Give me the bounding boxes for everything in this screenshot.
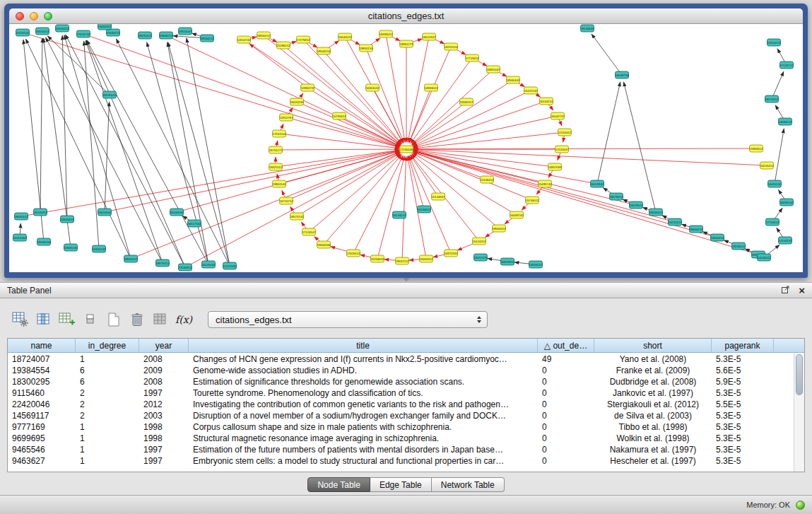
graph-node[interactable]: 16715712 (280, 197, 293, 204)
table-row[interactable]: 2242004622012Investigating the contribut… (8, 399, 794, 410)
graph-node[interactable]: 16825912 (501, 258, 514, 265)
function-builder-icon[interactable]: f(x) (175, 311, 193, 328)
graph-node[interactable]: 20650412 (61, 216, 74, 223)
zoom-window-button[interactable] (44, 12, 52, 21)
table-row[interactable]: 1872400712008Changes of HCN gene express… (8, 354, 794, 365)
graph-node[interactable]: 17220447 (555, 146, 569, 153)
graph-node[interactable]: 17719412 (466, 54, 479, 62)
graph-node[interactable]: 18274312 (765, 95, 779, 103)
graph-node[interactable]: 12610742 (237, 36, 251, 43)
graph-node[interactable]: 19347212 (396, 257, 409, 264)
graph-node[interactable]: 19852214 (360, 45, 373, 52)
graph-node[interactable]: 14084212 (779, 118, 792, 125)
delete-table-icon[interactable] (128, 311, 146, 328)
graph-node[interactable]: 18605212 (124, 255, 138, 262)
graph-node[interactable]: 16972341 (445, 250, 458, 257)
create-column-icon[interactable] (58, 311, 76, 328)
graph-node[interactable]: 19564344 (317, 241, 331, 248)
graph-node[interactable]: 17010742 (77, 30, 90, 37)
network-canvas-svg[interactable]: 1724004612882270184242051291276717551510… (9, 24, 803, 272)
graph-node[interactable]: 16112442 (13, 234, 27, 241)
graph-node[interactable]: 17551510 (273, 130, 286, 137)
tab-network-table[interactable]: Network Table (432, 477, 505, 492)
close-window-button[interactable] (16, 12, 24, 21)
graph-node[interactable]: 18012347 (423, 33, 436, 40)
graph-node[interactable]: 18563412 (493, 225, 506, 232)
graph-node[interactable]: 15601612 (36, 28, 49, 35)
graph-node[interactable]: 17124547 (302, 228, 316, 235)
tab-node-table[interactable]: Node Table (307, 477, 370, 492)
graph-node[interactable]: 18130442 (581, 25, 594, 32)
graph-node[interactable]: 15254631 (371, 255, 384, 262)
graph-node[interactable]: 15582317 (460, 98, 473, 105)
graph-node[interactable]: 14652412 (711, 234, 724, 241)
graph-node[interactable]: 14451242 (768, 180, 782, 187)
graph-node[interactable]: 16044112 (98, 24, 112, 30)
table-row[interactable]: 1456911722003Disruption of a novel membe… (8, 410, 794, 421)
graph-node[interactable]: 14857093 (548, 163, 562, 170)
graph-node[interactable]: 12912767 (280, 114, 293, 121)
table-source-select[interactable]: citations_edges.txt (208, 311, 488, 328)
graph-node[interactable]: 18544214 (317, 47, 331, 54)
minimize-window-button[interactable] (30, 12, 38, 21)
graph-node[interactable]: 16216412 (760, 162, 774, 169)
table-scrollbar-thumb[interactable] (796, 354, 803, 395)
graph-node[interactable]: 18092412 (15, 213, 28, 220)
graph-node[interactable]: 19575312 (156, 259, 170, 267)
graph-node[interactable]: 16648794 (616, 71, 629, 78)
graph-node[interactable]: 20846212 (160, 32, 173, 39)
import-table-icon[interactable] (151, 311, 170, 328)
graph-node[interactable]: 19961273 (400, 40, 413, 47)
column-header-pagerank[interactable]: pagerank (712, 339, 774, 352)
new-table-icon[interactable] (105, 311, 123, 328)
graph-node[interactable]: 17703412 (766, 218, 779, 226)
tab-edge-table[interactable]: Edge Table (370, 477, 432, 492)
graph-node[interactable]: 18600212 (257, 32, 271, 39)
graph-node[interactable]: 14963012 (425, 84, 438, 91)
graph-node[interactable]: 16034112 (420, 255, 433, 262)
graph-node[interactable]: 10793412 (333, 112, 346, 119)
graph-node[interactable]: 16164212 (540, 98, 553, 105)
graph-node[interactable]: 16092142 (780, 199, 794, 206)
network-canvas[interactable]: 1724004612882270184242051291276717551510… (9, 24, 803, 272)
graph-node[interactable]: 12412342 (223, 262, 237, 269)
graph-node[interactable]: 16232412 (669, 218, 682, 226)
graph-node[interactable]: 16696012 (379, 30, 393, 37)
graph-node[interactable]: 15134947 (432, 193, 445, 200)
graph-node[interactable]: 16751271 (269, 146, 283, 153)
graph-node[interactable]: 17534912 (179, 264, 192, 271)
column-header-year[interactable]: year (139, 339, 189, 352)
graph-node[interactable]: 12116412 (558, 129, 572, 136)
graph-node[interactable]: 15905132 (93, 245, 106, 252)
graph-node[interactable]: 18231412 (139, 32, 152, 39)
graph-node[interactable]: 15610342 (98, 209, 112, 216)
table-row[interactable]: 946554611997Estimation of the future num… (8, 444, 794, 455)
graph-node[interactable]: 20531012 (103, 91, 117, 98)
column-header-short[interactable]: short (594, 339, 712, 352)
graph-node[interactable]: 16301022 (366, 84, 379, 91)
graph-node[interactable]: 18304212 (201, 35, 214, 42)
graph-node[interactable]: 16251510 (445, 43, 458, 50)
graph-node[interactable]: 16517342 (188, 220, 201, 227)
graph-node[interactable]: 25205912 (34, 209, 47, 216)
graph-node[interactable]: 23494212 (107, 29, 120, 36)
graph-node[interactable]: 16134212 (393, 211, 406, 218)
column-header-title[interactable]: title (189, 339, 538, 352)
table-row[interactable]: 1938455462009Genome-wide association stu… (8, 365, 794, 376)
show-columns-icon[interactable] (35, 311, 53, 328)
graph-node[interactable]: 15495742 (539, 180, 552, 187)
graph-node[interactable]: 15157242 (524, 87, 538, 94)
graph-node[interactable]: 15124312 (473, 238, 486, 245)
graph-node[interactable]: 16851047 (487, 66, 500, 73)
window-titlebar[interactable]: citations_edges.txt (9, 8, 803, 24)
graph-node[interactable]: 16105442 (202, 261, 216, 268)
table-scrollbar[interactable] (794, 354, 804, 472)
graph-node[interactable]: 16642012 (339, 33, 352, 40)
graph-node[interactable]: 20505412 (56, 25, 69, 32)
graph-node[interactable]: 15914212 (767, 39, 781, 46)
float-panel-icon[interactable] (781, 285, 790, 296)
graph-node[interactable]: 15134612 (418, 206, 431, 213)
graph-node[interactable]: 17240046 (400, 146, 413, 153)
row-selector-icon[interactable] (81, 311, 100, 328)
column-header-in-degree[interactable]: in_degree (76, 339, 139, 352)
